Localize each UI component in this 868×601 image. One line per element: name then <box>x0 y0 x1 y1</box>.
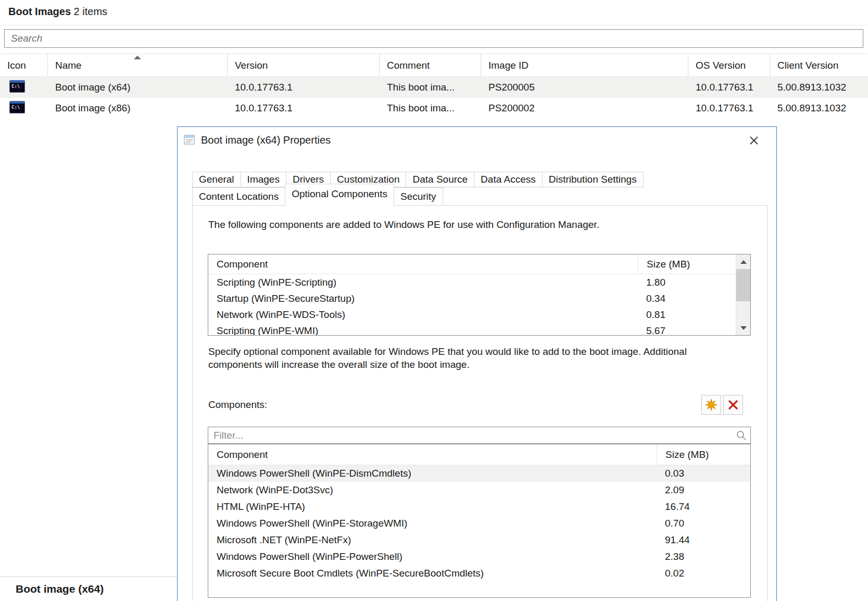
added-column-size[interactable]: Size (MB) <box>638 254 736 274</box>
add-component-button[interactable] <box>701 395 721 415</box>
cell-comment: This boot ima... <box>380 103 481 114</box>
specify-text: Specify optional component available for… <box>208 345 711 371</box>
component-size: 5.67 <box>638 325 736 336</box>
component-row[interactable]: Microsoft Secure Boot Cmdlets (WinPE-Sec… <box>208 565 750 582</box>
cell-name: Boot image (x64) <box>48 82 228 93</box>
sort-ascending-icon <box>134 56 141 59</box>
column-header-os-version[interactable]: OS Version <box>688 54 770 76</box>
cell-os-version: 10.0.17763.1 <box>688 82 770 93</box>
tab-security[interactable]: Security <box>394 187 443 206</box>
component-row[interactable]: Windows PowerShell (WinPE-DismCmdlets) 0… <box>208 465 750 482</box>
page-title-text: Boot Images <box>8 6 71 17</box>
component-row[interactable]: Microsoft .NET (WinPE-NetFx) 91.44 <box>208 532 750 548</box>
added-list-header: Component Size (MB) <box>208 254 736 274</box>
column-header-client-version[interactable]: Client Version <box>770 54 868 76</box>
tab-data-source[interactable]: Data Source <box>406 172 474 187</box>
scrollbar-up-icon <box>740 260 747 264</box>
table-row[interactable]: Boot image (x86) 10.0.17763.1 This boot … <box>0 98 868 119</box>
close-button[interactable] <box>746 133 762 148</box>
filter-input[interactable] <box>208 427 750 443</box>
component-name: HTML (WinPE-HTA) <box>208 501 657 513</box>
tab-distribution-settings[interactable]: Distribution Settings <box>542 172 644 187</box>
component-size: 0.34 <box>638 293 736 304</box>
cell-os-version: 10.0.17763.1 <box>688 103 770 114</box>
cell-image-id: PS200002 <box>481 103 688 114</box>
cell-icon <box>0 101 48 116</box>
close-icon <box>749 136 759 145</box>
tab-strip-row1: General Images Drivers Customization Dat… <box>192 172 643 187</box>
dialog-titlebar: Boot image (x64) Properties <box>184 127 331 153</box>
scrollbar[interactable] <box>736 254 750 335</box>
components-label: Components: <box>208 399 267 411</box>
column-header-name-label: Name <box>55 60 82 71</box>
item-count: 2 items <box>74 6 107 17</box>
component-row[interactable]: Network (WinPE-WDS-Tools) 0.81 <box>208 306 736 323</box>
properties-dialog: Boot image (x64) Properties General Imag… <box>177 126 777 601</box>
boot-image-icon <box>9 101 25 113</box>
column-header-icon[interactable]: Icon <box>0 54 48 76</box>
title-divider <box>0 25 868 25</box>
cell-image-id: PS200005 <box>481 82 688 93</box>
available-column-component[interactable]: Component <box>208 444 657 465</box>
component-row[interactable]: Windows PowerShell (WinPE-StorageWMI) 0.… <box>208 515 750 532</box>
added-components-content: Component Size (MB) Scripting (WinPE-Scr… <box>208 254 736 335</box>
component-size: 91.44 <box>657 534 750 546</box>
boot-images-window: Boot Images 2 items Icon Name Version Co… <box>0 0 868 601</box>
component-name: Network (WinPE-Dot3Svc) <box>208 484 657 496</box>
available-column-size[interactable]: Size (MB) <box>657 444 750 465</box>
component-name: Windows PowerShell (WinPE-PowerShell) <box>208 551 657 562</box>
added-column-component[interactable]: Component <box>208 254 638 274</box>
tab-images[interactable]: Images <box>241 172 286 187</box>
component-size: 0.03 <box>657 468 750 479</box>
available-list-header: Component Size (MB) <box>208 444 750 465</box>
component-size: 0.81 <box>638 309 736 321</box>
available-components-content: Component Size (MB) Windows PowerShell (… <box>208 444 750 597</box>
remove-component-button[interactable] <box>723 395 743 415</box>
component-row[interactable]: Scripting (WinPE-Scripting) 1.80 <box>208 274 736 290</box>
delete-icon <box>727 399 739 411</box>
component-row[interactable]: Network (WinPE-Dot3Svc) 2.09 <box>208 482 750 498</box>
component-name: Scripting (WinPE-WMI) <box>208 325 638 336</box>
component-name: Scripting (WinPE-Scripting) <box>208 277 638 288</box>
scrollbar-up-button[interactable] <box>736 254 750 269</box>
component-size: 16.74 <box>657 501 750 513</box>
cell-icon <box>0 80 48 95</box>
cell-name: Boot image (x86) <box>48 103 228 114</box>
component-row[interactable]: Windows PowerShell (WinPE-PowerShell) 2.… <box>208 548 750 565</box>
tab-content-locations[interactable]: Content Locations <box>192 187 285 206</box>
column-header-name[interactable]: Name <box>48 54 228 76</box>
tab-data-access[interactable]: Data Access <box>474 172 543 187</box>
column-header-image-id[interactable]: Image ID <box>481 54 688 76</box>
tab-general[interactable]: General <box>192 172 241 187</box>
table-row[interactable]: Boot image (x64) 10.0.17763.1 This boot … <box>0 77 868 98</box>
status-selected-item: Boot image (x64) <box>16 583 104 595</box>
search-input[interactable] <box>4 29 863 48</box>
filter-box <box>208 427 751 444</box>
search-icon <box>736 430 747 441</box>
cell-version: 10.0.17763.1 <box>228 82 380 93</box>
cell-version: 10.0.17763.1 <box>228 103 380 114</box>
column-header-version[interactable]: Version <box>228 54 380 76</box>
optional-components-pane: The following components are added to Wi… <box>192 205 768 601</box>
scrollbar-thumb[interactable] <box>736 269 750 301</box>
page-title: Boot Images 2 items <box>8 6 107 18</box>
component-name: Microsoft .NET (WinPE-NetFx) <box>208 534 657 546</box>
component-size: 1.80 <box>638 277 736 288</box>
available-components-list: Component Size (MB) Windows PowerShell (… <box>208 444 751 598</box>
status-bar: Boot image (x64) <box>0 577 177 601</box>
component-row[interactable]: HTML (WinPE-HTA) 16.74 <box>208 498 750 515</box>
component-row[interactable]: Startup (WinPE-SecureStartup) 0.34 <box>208 290 736 306</box>
component-name: Windows PowerShell (WinPE-StorageWMI) <box>208 518 657 529</box>
boot-image-icon <box>9 80 25 93</box>
star-icon <box>704 398 719 412</box>
scrollbar-down-button[interactable] <box>736 321 750 335</box>
tab-optional-components[interactable]: Optional Components <box>285 184 394 206</box>
cell-client-version: 5.00.8913.1032 <box>770 82 868 93</box>
added-components-list: Component Size (MB) Scripting (WinPE-Scr… <box>208 254 751 336</box>
component-row[interactable]: Scripting (WinPE-WMI) 5.67 <box>208 323 736 336</box>
component-name: Microsoft Secure Boot Cmdlets (WinPE-Sec… <box>208 568 657 579</box>
column-header-comment[interactable]: Comment <box>380 54 481 76</box>
component-size: 0.70 <box>657 518 750 529</box>
table-header: Icon Name Version Comment Image ID OS Ve… <box>0 54 868 77</box>
component-size: 2.09 <box>657 484 750 496</box>
